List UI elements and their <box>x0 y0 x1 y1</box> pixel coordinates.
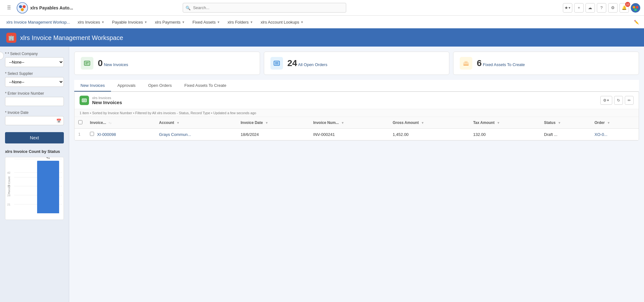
fixed-assets-icon <box>460 57 472 70</box>
sort-icon[interactable]: ▼ <box>558 121 561 125</box>
svg-point-2 <box>23 5 26 8</box>
open-orders-link[interactable]: All Open Orders <box>298 62 327 67</box>
page-header-icon: 🏢 <box>6 33 16 43</box>
row-invoice-num-cell: INV-000241 <box>309 129 389 140</box>
search-input[interactable] <box>183 3 346 13</box>
company-select[interactable]: --None-- <box>5 57 64 67</box>
invoice-number-label: * Enter Invoice Number <box>5 91 64 96</box>
svg-point-0 <box>17 2 28 13</box>
open-orders-icon <box>270 57 283 70</box>
avatar[interactable] <box>631 3 640 13</box>
fixed-assets-count: 6 <box>477 58 482 68</box>
panel-icon <box>80 96 89 105</box>
table-row: 1 XI-000098 Grays Commun... 18/6/2024 IN… <box>75 129 639 140</box>
menu-label-invoices: xlrs Invoices <box>78 20 100 25</box>
sort-icon[interactable]: ▼ <box>265 121 268 125</box>
main-layout: ‹ * * Select Company --None-- * Select S… <box>0 47 644 302</box>
menu-label-folders: xlrs Folders <box>228 20 249 25</box>
stat-card-fixed-assets: 6 Fixed Assets To Create <box>453 52 639 75</box>
chevron-down-icon: ▼ <box>144 20 147 24</box>
col-gross-amount: Gross Amount ▼ <box>389 117 469 129</box>
edit-columns-button[interactable]: ✏ <box>625 96 634 105</box>
sort-icon[interactable]: ▼ <box>497 121 500 125</box>
invoice-number-field-group: * Enter Invoice Number <box>5 91 64 106</box>
svg-rect-19 <box>82 99 86 102</box>
sidebar: ‹ * * Select Company --None-- * Select S… <box>0 47 69 302</box>
select-all-header <box>75 117 86 129</box>
tab-open-orders[interactable]: Open Orders <box>142 80 178 92</box>
supplier-select[interactable]: --None-- <box>5 77 64 87</box>
new-invoices-link[interactable]: New Invoices <box>104 62 128 67</box>
menu-item-payable[interactable]: Payable Invoices ▼ <box>108 16 151 29</box>
select-all-checkbox[interactable] <box>78 120 82 124</box>
chart-grid-label-42: 42 <box>7 171 10 174</box>
account-link[interactable]: Grays Commun... <box>159 132 191 137</box>
company-field-group: * * Select Company --None-- <box>5 52 64 67</box>
tab-new-invoices[interactable]: New Invoices <box>74 80 111 92</box>
page-header-title: xlrs Invoice Management Workspace <box>20 34 123 42</box>
edit-icon: ✏️ <box>634 20 639 25</box>
sort-icon[interactable]: ▼ <box>607 121 610 125</box>
tab-fixed-assets[interactable]: Fixed Assets To Create <box>178 80 232 92</box>
svg-point-5 <box>633 6 635 8</box>
col-account: Account ▼ <box>155 117 237 129</box>
chevron-down-icon: ▼ <box>568 6 571 9</box>
order-link[interactable]: XO-0... <box>595 132 608 137</box>
refresh-icon: ↻ <box>617 98 620 103</box>
stat-cards: 0 New Invoices 24 All Open Orders <box>74 52 639 75</box>
help-button[interactable]: ? <box>597 3 606 13</box>
menu-item-invoices[interactable]: xlrs Invoices ▼ <box>74 16 108 29</box>
table-meta-text: 1 item • Sorted by Invoice Number • Filt… <box>80 111 256 115</box>
fixed-assets-link[interactable]: Fixed Assets To Create <box>483 62 525 67</box>
menu-label-lookups: xlrs Account Lookups <box>261 20 299 25</box>
menu-bar: xlrs Invoice Management Worksp... xlrs I… <box>0 16 644 29</box>
cloud-button[interactable]: ☁ <box>586 3 595 13</box>
sort-icon[interactable]: ▼ <box>421 121 424 125</box>
svg-point-3 <box>21 8 24 11</box>
settings-button[interactable]: ⚙ <box>608 3 618 13</box>
row-checkbox[interactable] <box>90 132 94 136</box>
notification-badge: 10 <box>625 2 630 7</box>
svg-point-4 <box>631 3 640 13</box>
app-grid-icon[interactable]: ⠿ <box>4 3 14 13</box>
chart-area: Record Count 42 35 28 21 <box>5 157 64 220</box>
plus-icon: + <box>578 5 580 10</box>
sidebar-toggle[interactable]: ‹ <box>0 52 4 60</box>
menu-item-lookups[interactable]: xlrs Account Lookups ▼ <box>257 16 308 29</box>
refresh-button[interactable]: ↻ <box>614 96 623 105</box>
invoice-date-input[interactable] <box>5 116 64 125</box>
row-account-cell: Grays Commun... <box>155 129 237 140</box>
sort-icon[interactable]: ▼ <box>341 121 344 125</box>
next-button[interactable]: Next <box>5 132 64 143</box>
gear-icon: ⚙ <box>603 98 607 103</box>
invoice-link[interactable]: XI-000098 <box>97 132 116 137</box>
menu-item-payments[interactable]: xlrs Payments ▼ <box>151 16 189 29</box>
row-invoice-cell: XI-000098 <box>86 129 155 140</box>
sort-icon[interactable]: ↑↓ <box>108 121 112 125</box>
invoice-number-input[interactable] <box>5 97 64 106</box>
chevron-down-icon: ▼ <box>217 20 220 24</box>
tab-approvals[interactable]: Approvals <box>111 80 142 92</box>
stat-card-new-invoices: 0 New Invoices <box>74 52 260 75</box>
svg-point-6 <box>636 6 638 8</box>
calendar-icon[interactable]: 📅 <box>56 118 61 123</box>
chart-bar-value: 41 <box>37 157 59 159</box>
invoice-date-wrap: 📅 <box>5 116 64 125</box>
menu-item-workspace[interactable]: xlrs Invoice Management Worksp... <box>3 16 74 29</box>
panel-titles: xlrs Invoices New Invoices <box>92 96 122 105</box>
notifications-button[interactable]: 🔔 10 <box>619 3 629 13</box>
sort-icon[interactable]: ▼ <box>176 121 180 125</box>
stat-card-content: 0 New Invoices <box>98 58 128 68</box>
table-panel-header: xlrs Invoices New Invoices ⚙ ▼ ↻ ✏ <box>75 92 639 109</box>
menu-item-folders[interactable]: xlrs Folders ▼ <box>224 16 257 29</box>
settings-dropdown-button[interactable]: ⚙ ▼ <box>600 96 612 105</box>
chevron-down-icon: ▼ <box>182 20 185 24</box>
menu-item-fixed-assets[interactable]: Fixed Assets ▼ <box>189 16 224 29</box>
search-bar: 🔍 <box>183 3 346 13</box>
top-navigation: ⠿ xlrs Payables Auto... 🔍 ★ ▼ + ☁ ? ⚙ <box>0 0 644 16</box>
add-button[interactable]: + <box>574 3 584 13</box>
page-header: 🏢 xlrs Invoice Management Workspace <box>0 29 644 47</box>
favorites-button[interactable]: ★ ▼ <box>563 3 572 13</box>
menu-edit-button[interactable]: ✏️ <box>631 16 641 28</box>
invoices-table: Invoice... ↑↓ Account ▼ Invoice Date ▼ <box>75 117 639 140</box>
